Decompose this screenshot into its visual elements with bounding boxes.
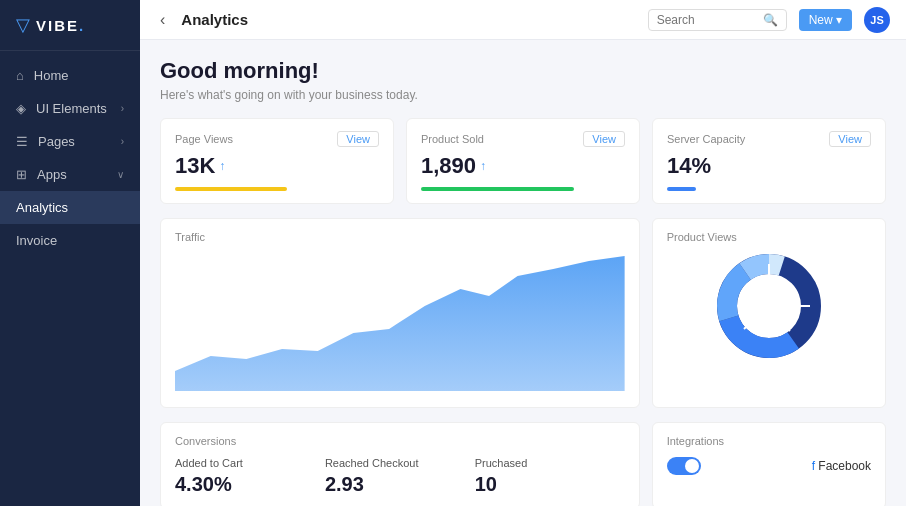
stat-bar-product-sold <box>421 187 574 191</box>
facebook-toggle[interactable] <box>667 457 701 475</box>
sidebar-item-home[interactable]: ⌂ Home <box>0 59 140 92</box>
sidebar-item-pages[interactable]: ☰ Pages › <box>0 125 140 158</box>
sidebar-item-label: Analytics <box>16 200 68 215</box>
charts-row: Traffic Product Views <box>160 218 886 408</box>
conv-value-purchased: 10 <box>475 473 625 496</box>
stat-label-product-sold: Product Sold <box>421 133 484 145</box>
conv-title-checkout: Reached Checkout <box>325 457 475 469</box>
page-title: Analytics <box>181 11 635 28</box>
stat-card-page-views: Page Views View 13K↑ <box>160 118 394 204</box>
stat-bar-server-capacity <box>667 187 696 191</box>
traffic-card: Traffic <box>160 218 640 408</box>
svg-marker-0 <box>175 256 625 391</box>
sidebar-item-label: UI Elements <box>36 101 107 116</box>
ui-elements-icon: ◈ <box>16 101 26 116</box>
sidebar-nav: ⌂ Home ◈ UI Elements › ☰ Pages › ⊞ Apps … <box>0 51 140 506</box>
view-button-server-capacity[interactable]: View <box>829 131 871 147</box>
integrations-label: Integrations <box>667 435 871 447</box>
sidebar-item-ui-elements[interactable]: ◈ UI Elements › <box>0 92 140 125</box>
greeting-title: Good morning! <box>160 58 886 84</box>
stat-value-server-capacity: 14% <box>667 153 871 179</box>
pages-icon: ☰ <box>16 134 28 149</box>
conv-title-added: Added to Cart <box>175 457 325 469</box>
conv-value-added: 4.30% <box>175 473 325 496</box>
chevron-right-icon: › <box>121 136 124 147</box>
logo-icon: ▽ <box>16 14 30 36</box>
product-views-card: Product Views <box>652 218 886 408</box>
integrations-card: Integrations f Facebook <box>652 422 886 506</box>
svg-point-6 <box>741 278 797 334</box>
search-box[interactable]: 🔍 <box>648 9 787 31</box>
sidebar-item-apps[interactable]: ⊞ Apps ∨ <box>0 158 140 191</box>
apps-icon: ⊞ <box>16 167 27 182</box>
chevron-right-icon: › <box>121 103 124 114</box>
logo-text: VIBE. <box>36 17 85 34</box>
sidebar-item-invoice[interactable]: Invoice <box>0 224 140 257</box>
product-views-label: Product Views <box>667 231 737 243</box>
conv-added-to-cart: Added to Cart 4.30% <box>175 457 325 496</box>
stat-card-product-sold: Product Sold View 1,890↑ <box>406 118 640 204</box>
new-button[interactable]: New ▾ <box>799 9 852 31</box>
search-icon: 🔍 <box>763 13 778 27</box>
main-content: ‹ Analytics 🔍 New ▾ JS Good morning! Her… <box>140 0 906 506</box>
facebook-label: f Facebook <box>812 459 871 473</box>
arrow-icon: ↑ <box>480 159 486 173</box>
traffic-label: Traffic <box>175 231 625 243</box>
chevron-down-icon: ∨ <box>117 169 124 180</box>
conv-title-purchased: Pruchased <box>475 457 625 469</box>
sidebar-logo[interactable]: ▽ VIBE. <box>0 0 140 51</box>
stat-label-server-capacity: Server Capacity <box>667 133 745 145</box>
stat-card-server-capacity: Server Capacity View 14% <box>652 118 886 204</box>
conversions-label: Conversions <box>175 435 625 447</box>
sidebar-item-label: Invoice <box>16 233 57 248</box>
conv-value-checkout: 2.93 <box>325 473 475 496</box>
back-button[interactable]: ‹ <box>156 7 169 33</box>
avatar[interactable]: JS <box>864 7 890 33</box>
donut-chart <box>714 251 824 361</box>
stat-label-page-views: Page Views <box>175 133 233 145</box>
arrow-icon: ↑ <box>219 159 225 173</box>
integration-facebook-row: f Facebook <box>667 457 871 475</box>
dashboard: Good morning! Here's what's going on wit… <box>140 40 906 506</box>
greeting-subtitle: Here's what's going on with your busines… <box>160 88 886 102</box>
search-input[interactable] <box>657 13 757 27</box>
sidebar: ▽ VIBE. ⌂ Home ◈ UI Elements › ☰ Pages › <box>0 0 140 506</box>
view-button-page-views[interactable]: View <box>337 131 379 147</box>
view-button-product-sold[interactable]: View <box>583 131 625 147</box>
conversions-metrics: Added to Cart 4.30% Reached Checkout 2.9… <box>175 457 625 496</box>
sidebar-item-label: Pages <box>38 134 75 149</box>
traffic-chart <box>175 251 625 391</box>
stat-value-page-views: 13K↑ <box>175 153 379 179</box>
home-icon: ⌂ <box>16 68 24 83</box>
conversions-card: Conversions Added to Cart 4.30% Reached … <box>160 422 640 506</box>
conv-purchased: Pruchased 10 <box>475 457 625 496</box>
bottom-row: Conversions Added to Cart 4.30% Reached … <box>160 422 886 506</box>
stat-bar-page-views <box>175 187 287 191</box>
stats-row: Page Views View 13K↑ Product Sold View 1… <box>160 118 886 204</box>
topbar: ‹ Analytics 🔍 New ▾ JS <box>140 0 906 40</box>
sidebar-item-label: Apps <box>37 167 67 182</box>
sidebar-item-analytics[interactable]: Analytics <box>0 191 140 224</box>
sidebar-item-label: Home <box>34 68 69 83</box>
stat-value-product-sold: 1,890↑ <box>421 153 625 179</box>
conv-reached-checkout: Reached Checkout 2.93 <box>325 457 475 496</box>
